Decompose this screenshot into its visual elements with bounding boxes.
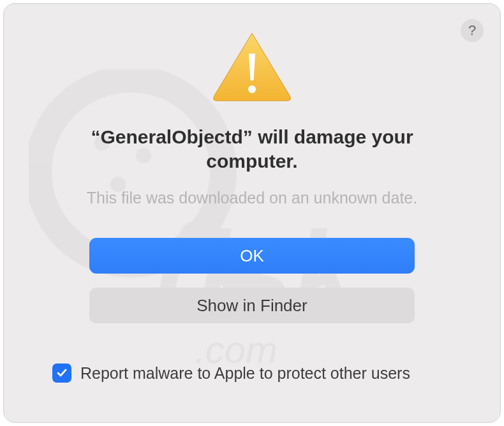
svg-point-7: [248, 85, 256, 93]
report-malware-checkbox[interactable]: [52, 364, 71, 383]
ok-button[interactable]: OK: [89, 238, 415, 274]
checkmark-icon: [56, 367, 68, 379]
dialog-subtitle: This file was downloaded on an unknown d…: [87, 189, 417, 207]
dialog-title: “GeneralObjectd” will damage your comput…: [73, 125, 431, 173]
dialog-content: “GeneralObjectd” will damage your comput…: [28, 23, 476, 403]
button-group: OK Show in Finder: [89, 238, 415, 323]
help-button[interactable]: ?: [461, 19, 484, 42]
report-malware-row: Report malware to Apple to protect other…: [52, 364, 410, 383]
warning-icon: [211, 29, 293, 103]
show-in-finder-button[interactable]: Show in Finder: [89, 288, 415, 323]
help-icon-label: ?: [468, 22, 476, 39]
alert-dialog: risk .com ? “GeneralObjectd” will da: [3, 3, 501, 423]
report-malware-label: Report malware to Apple to protect other…: [80, 364, 410, 383]
